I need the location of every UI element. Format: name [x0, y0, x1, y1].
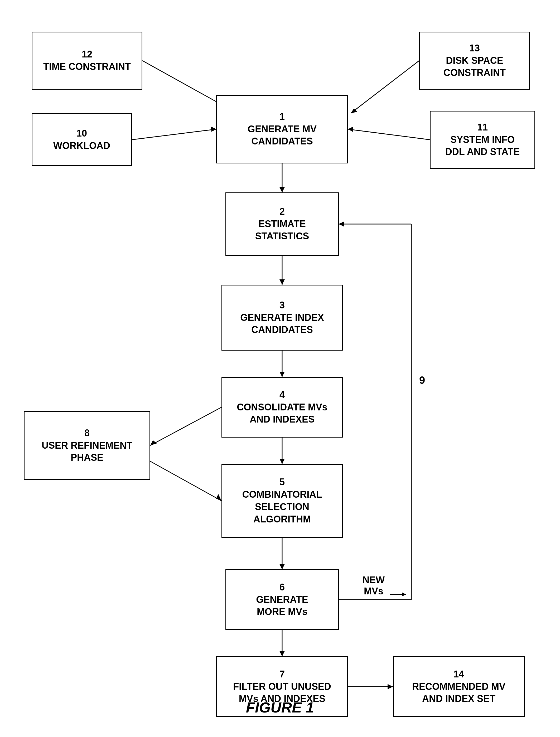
box-8: 8 USER REFINEMENTPHASE: [24, 411, 150, 480]
box-11: 11 SYSTEM INFODDL AND STATE: [430, 111, 535, 169]
svg-line-14: [150, 407, 221, 445]
box-14-label: RECOMMENDED MVAND INDEX SET: [412, 681, 505, 705]
box-2-num: 2: [279, 206, 285, 218]
box-5-label: COMBINATORIALSELECTIONALGORITHM: [242, 488, 322, 525]
box-1-num: 1: [279, 111, 285, 123]
box-10-num: 10: [76, 127, 87, 140]
box-10: 10 WORKLOAD: [32, 113, 132, 166]
svg-marker-21: [279, 564, 285, 569]
box-8-num: 8: [84, 427, 90, 439]
box-8-label: USER REFINEMENTPHASE: [42, 439, 132, 464]
box-7-num: 7: [279, 668, 285, 681]
svg-line-6: [348, 129, 430, 140]
svg-marker-7: [348, 127, 353, 132]
box-1: 1 GENERATE MVCANDIDATES: [216, 95, 348, 164]
svg-marker-23: [279, 651, 285, 656]
svg-marker-31: [402, 592, 406, 596]
box-6-num: 6: [279, 581, 285, 594]
box-6: 6 GENERATEMORE MVs: [225, 569, 339, 630]
box-13: 13 DISK SPACECONSTRAINT: [419, 32, 530, 90]
box-14-num: 14: [453, 668, 464, 681]
svg-line-4: [132, 129, 216, 140]
svg-marker-27: [339, 222, 344, 227]
box-11-num: 11: [477, 121, 488, 134]
svg-line-2: [351, 61, 419, 113]
svg-marker-29: [388, 684, 393, 689]
box-3-label: GENERATE INDEXCANDIDATES: [240, 312, 324, 336]
svg-line-18: [150, 461, 221, 501]
box-3: 3 GENERATE INDEXCANDIDATES: [221, 285, 343, 351]
box-5: 5 COMBINATORIALSELECTIONALGORITHM: [221, 464, 343, 538]
svg-marker-13: [279, 371, 285, 377]
box-4-num: 4: [279, 389, 285, 401]
box-1-label: GENERATE MVCANDIDATES: [248, 123, 316, 148]
svg-marker-9: [279, 187, 285, 193]
label-9: 9: [419, 374, 425, 386]
svg-marker-19: [216, 494, 221, 501]
svg-marker-15: [150, 440, 157, 445]
box-3-num: 3: [279, 299, 285, 312]
box-12-num: 12: [82, 48, 92, 61]
box-4-label: CONSOLIDATE MVsAND INDEXES: [237, 401, 327, 426]
svg-marker-3: [351, 109, 357, 113]
box-5-num: 5: [279, 476, 285, 488]
box-11-label: SYSTEM INFODDL AND STATE: [445, 134, 520, 158]
svg-marker-17: [279, 459, 285, 464]
box-2-label: ESTIMATESTATISTICS: [255, 218, 309, 243]
box-12: 12 TIME CONSTRAINT: [32, 32, 142, 90]
box-6-label: GENERATEMORE MVs: [256, 594, 308, 618]
svg-marker-5: [211, 127, 216, 132]
box-12-label: TIME CONSTRAINT: [43, 61, 131, 73]
svg-marker-11: [279, 280, 285, 285]
box-4: 4 CONSOLIDATE MVsAND INDEXES: [221, 377, 343, 437]
box-13-label: DISK SPACECONSTRAINT: [443, 55, 506, 79]
box-14: 14 RECOMMENDED MVAND INDEX SET: [393, 656, 525, 717]
box-13-num: 13: [469, 42, 480, 55]
diagram-container: 12 TIME CONSTRAINT 13 DISK SPACECONSTRAI…: [0, 0, 560, 737]
figure-label: FIGURE 1: [246, 699, 314, 716]
box-2: 2 ESTIMATESTATISTICS: [225, 193, 339, 256]
box-10-label: WORKLOAD: [53, 140, 110, 152]
label-new-mvs: NEWMVs: [363, 575, 385, 597]
